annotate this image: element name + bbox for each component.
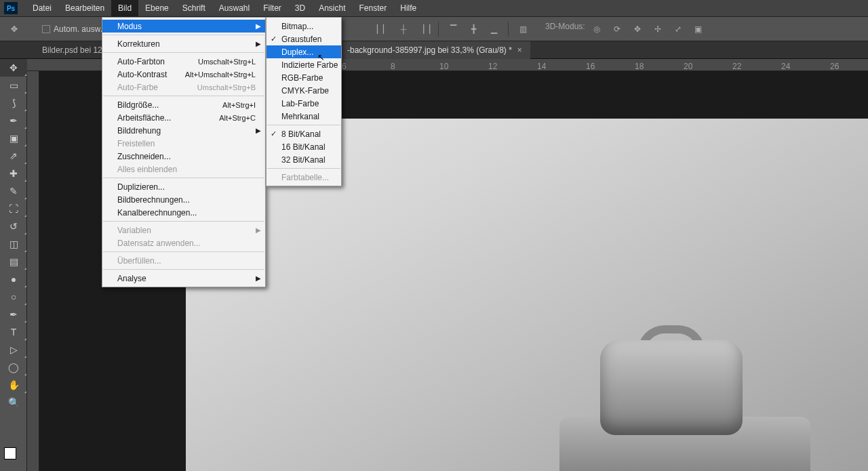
roll-icon[interactable]: ⟳ [610, 22, 625, 37]
eyedropper-tool[interactable]: ⇗ [0, 147, 27, 165]
crop-tool[interactable]: ▣ [0, 129, 27, 147]
menuitem-duplizieren-[interactable]: Duplizieren... [102, 180, 265, 193]
menu-3d[interactable]: 3D [288, 0, 312, 17]
history-brush-tool[interactable]: ↺ [0, 218, 27, 235]
menuitem-auto-kontrast[interactable]: Auto-KontrastAlt+Umschalt+Strg+L [102, 68, 265, 81]
dodge-tool[interactable]: ○ [0, 288, 27, 306]
ruler-vertical [27, 71, 39, 471]
dropdown-bild: Modus▶Korrekturen▶Auto-FarbtonUmschalt+S… [102, 17, 266, 287]
toolbar: ✥ ▭ ⟆ ✒ ▣ ⇗ ✚ ✎ ⛶ ↺ ◫ ▤ ● ○ ✒ T ▷ ◯ ✋ 🔍 [0, 59, 27, 471]
menuitem-duplex-[interactable]: Duplex... [267, 45, 341, 58]
menuitem-32-bit-kanal[interactable]: 32 Bit/Kanal [267, 153, 341, 166]
menu-filter[interactable]: Filter [256, 0, 288, 17]
menuitem--berf-llen-: Überfüllen... [102, 254, 265, 267]
menuitem-korrekturen[interactable]: Korrekturen▶ [102, 37, 265, 50]
menuitem-farbtabelle-: Farbtabelle... [267, 171, 341, 184]
menuitem-16-bit-kanal[interactable]: 16 Bit/Kanal [267, 140, 341, 153]
menuitem-rgb-farbe[interactable]: RGB-Farbe [267, 71, 341, 84]
menuitem-bildberechnungen-[interactable]: Bildberechnungen... [102, 193, 265, 206]
menuitem-mehrkanal[interactable]: Mehrkanal [267, 110, 341, 123]
align-left-icon[interactable]: ▏▏ [376, 22, 391, 37]
menuitem-analyse[interactable]: Analyse▶ [102, 272, 265, 285]
type-tool[interactable]: T [0, 323, 27, 341]
align-bottom-icon[interactable]: ▁ [486, 22, 501, 37]
orbit-icon[interactable]: ◎ [589, 22, 604, 37]
menu-auswahl[interactable]: Auswahl [212, 0, 256, 17]
tab-background[interactable]: -background-385997.jpg bei 33,3% (Grau/8… [339, 41, 530, 59]
menuitem-cmyk-farbe[interactable]: CMYK-Farbe [267, 84, 341, 97]
menuitem-variablen: Variablen▶ [102, 224, 265, 237]
menuitem-zuschneiden-[interactable]: Zuschneiden... [102, 150, 265, 163]
pan-icon[interactable]: ✥ [630, 22, 645, 37]
close-icon[interactable]: × [517, 45, 522, 55]
menu-fenster[interactable]: Fenster [353, 0, 394, 17]
path-select-tool[interactable]: ▷ [0, 341, 27, 359]
camera-icon[interactable]: ▣ [691, 22, 706, 37]
lasso-tool[interactable]: ⟆ [0, 94, 27, 112]
scale-icon[interactable]: ⤢ [671, 22, 686, 37]
menuitem-datensatz-anwenden-: Datensatz anwenden... [102, 237, 265, 249]
menuitem-auto-farbton[interactable]: Auto-FarbtonUmschalt+Strg+L [102, 55, 265, 68]
menubar: Ps Datei Bearbeiten Bild Ebene Schrift A… [0, 0, 868, 17]
align-right-icon[interactable]: ▕▕ [416, 22, 431, 37]
blur-tool[interactable]: ● [0, 270, 27, 288]
menuitem-arbeitsfl-che-[interactable]: Arbeitsfläche...Alt+Strg+C [102, 111, 265, 124]
menu-schrift[interactable]: Schrift [176, 0, 212, 17]
menu-bearbeiten[interactable]: Bearbeiten [58, 0, 111, 17]
move-tool-indicator-icon: ✥ [7, 22, 22, 37]
eraser-tool[interactable]: ◫ [0, 235, 27, 253]
menu-ansicht[interactable]: Ansicht [312, 0, 352, 17]
heal-tool[interactable]: ✚ [0, 165, 27, 182]
pen-tool[interactable]: ✒ [0, 306, 27, 323]
menu-datei[interactable]: Datei [26, 0, 58, 17]
menuitem-freistellen: Freistellen [102, 137, 265, 150]
align-center-v-icon[interactable]: ╋ [466, 22, 481, 37]
mode3d-label: 3D-Modus: [545, 22, 585, 37]
gradient-tool[interactable]: ▤ [0, 253, 27, 270]
foreground-background-colors[interactable] [4, 447, 23, 466]
shape-tool[interactable]: ◯ [0, 359, 27, 376]
align-center-h-icon[interactable]: ┼ [396, 22, 411, 37]
menuitem-modus[interactable]: Modus▶ [102, 20, 265, 33]
move-tool[interactable]: ✥ [0, 59, 27, 77]
menuitem-graustufen[interactable]: Graustufen✓ [267, 33, 341, 45]
menuitem-bilddrehung[interactable]: Bilddrehung▶ [102, 124, 265, 137]
auto-select-label: Autom. ausw.: [54, 24, 104, 34]
menuitem-alles-einblenden: Alles einblenden [102, 163, 265, 176]
menu-hilfe[interactable]: Hilfe [393, 0, 423, 17]
menuitem-indizierte-farbe[interactable]: Indizierte Farbe [267, 58, 341, 71]
menuitem-auto-farbe: Auto-FarbeUmschalt+Strg+B [102, 81, 265, 94]
dropdown-modus: Bitmap...Graustufen✓Duplex...Indizierte … [266, 17, 342, 186]
distribute-icon[interactable]: ▥ [515, 22, 530, 37]
menuitem-8-bit-kanal[interactable]: 8 Bit/Kanal✓ [267, 127, 341, 140]
quick-select-tool[interactable]: ✒ [0, 112, 27, 129]
menu-bild[interactable]: Bild [111, 0, 138, 17]
auto-select-checkbox[interactable] [42, 25, 50, 33]
menu-ebene[interactable]: Ebene [138, 0, 176, 17]
menuitem-lab-farbe[interactable]: Lab-Farbe [267, 97, 341, 110]
zoom-tool[interactable]: 🔍 [0, 394, 27, 411]
menuitem-bitmap-[interactable]: Bitmap... [267, 20, 341, 33]
slide-icon[interactable]: ✢ [650, 22, 665, 37]
auto-select-group: Autom. ausw.: [42, 24, 104, 34]
align-top-icon[interactable]: ▔ [446, 22, 460, 37]
marquee-tool[interactable]: ▭ [0, 77, 27, 94]
hand-tool[interactable]: ✋ [0, 376, 27, 394]
stamp-tool[interactable]: ⛶ [0, 200, 27, 218]
menuitem-kanalberechnungen-[interactable]: Kanalberechnungen... [102, 206, 265, 219]
brush-tool[interactable]: ✎ [0, 182, 27, 200]
app-logo: Ps [4, 2, 18, 14]
menuitem-bildgr-e-[interactable]: Bildgröße...Alt+Strg+I [102, 98, 265, 111]
